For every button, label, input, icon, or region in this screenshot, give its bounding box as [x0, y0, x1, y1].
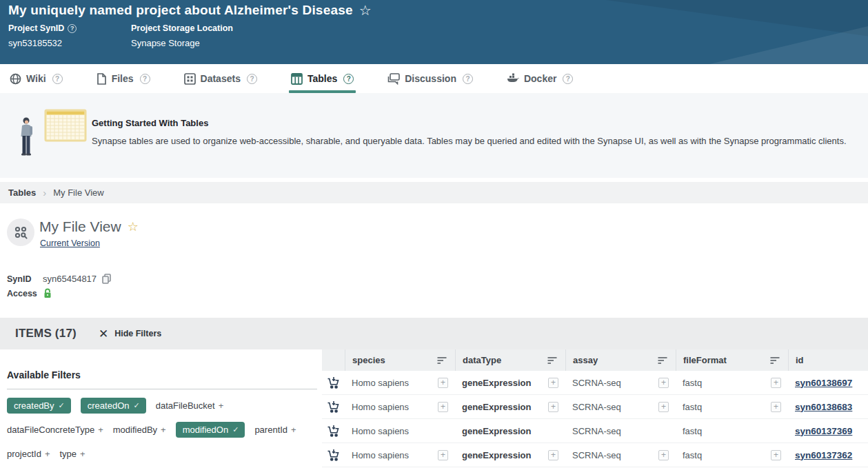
file-view-table: species dataType assay fileFormat id Hom… [322, 349, 868, 467]
current-version-link[interactable]: Current Version [40, 238, 100, 248]
entity-id-link[interactable]: syn60138683 [795, 402, 852, 412]
filter-chip-createdBy[interactable]: createdBy✓ [7, 398, 71, 414]
entity-id-link[interactable]: syn60137362 [795, 450, 852, 460]
plus-icon: + [45, 449, 50, 459]
column-header-species[interactable]: species [345, 349, 455, 371]
check-icon: ✓ [232, 425, 239, 434]
getting-started-title: Getting Started With Tables [92, 118, 208, 128]
filter-option-modifiedBy[interactable]: modifiedBy+ [113, 425, 166, 435]
filter-option-projectId[interactable]: projectId+ [7, 449, 50, 459]
cell-dataType: geneExpression [462, 402, 531, 412]
table-icon [291, 73, 303, 85]
storage-location-value: Synapse Storage [131, 38, 233, 48]
tab-wiki[interactable]: Wiki ? [10, 64, 63, 93]
project-header: My uniquely named project about Alzheime… [0, 0, 868, 64]
favorite-star-icon[interactable]: ☆ [128, 221, 139, 233]
synid-value: syn65454817 [43, 274, 97, 284]
breadcrumb-current: My File View [53, 187, 103, 198]
cell-species: Homo sapiens [352, 426, 409, 436]
filter-option-type[interactable]: type+ [59, 449, 85, 459]
project-tab-bar: Wiki ? Files ? Datasets ? Tables ? [0, 64, 868, 93]
help-icon[interactable]: ? [140, 74, 150, 84]
expand-cell-icon[interactable]: + [658, 450, 669, 460]
help-icon[interactable]: ? [52, 74, 63, 84]
table-row: Homo sapiens+ geneExpression+ SCRNA-seq+… [322, 419, 868, 443]
cell-species: Homo sapiens [352, 378, 409, 388]
expand-cell-icon[interactable]: + [548, 402, 558, 412]
expand-cell-icon[interactable]: + [771, 450, 781, 460]
items-count: ITEMS (17) [15, 327, 77, 340]
table-header-row: species dataType assay fileFormat id [322, 349, 868, 371]
cell-assay: SCRNA-seq [572, 378, 621, 388]
cell-dataType: geneExpression [462, 378, 531, 388]
column-header-fileFormat[interactable]: fileFormat [676, 349, 788, 371]
access-label: Access [7, 289, 39, 298]
cell-species: Homo sapiens [352, 450, 409, 460]
add-to-cart-icon[interactable] [327, 376, 340, 389]
favorite-star-icon[interactable]: ☆ [359, 3, 372, 17]
add-to-cart-icon[interactable] [327, 449, 340, 462]
filter-option-dataFileBucket[interactable]: dataFileBucket+ [156, 400, 224, 411]
expand-cell-icon[interactable]: + [438, 378, 448, 388]
help-icon[interactable]: ? [68, 24, 77, 33]
tab-files[interactable]: Files ? [97, 64, 150, 93]
hide-filters-button[interactable]: ✕ Hide Filters [99, 328, 161, 340]
expand-cell-icon[interactable]: + [771, 402, 781, 412]
add-to-cart-icon[interactable] [327, 400, 340, 414]
project-synid-value: syn53185532 [8, 38, 77, 48]
expand-cell-icon[interactable]: + [658, 402, 669, 412]
table-row: Homo sapiens+ geneExpression+ SCRNA-seq+… [322, 443, 868, 467]
expand-cell-icon[interactable]: + [438, 450, 448, 460]
entity-id-link[interactable]: syn60137369 [795, 426, 852, 436]
chat-icon [387, 73, 400, 85]
cell-fileFormat: fastq [683, 402, 702, 412]
expand-cell-icon[interactable]: + [548, 450, 558, 460]
getting-started-banner: Getting Started With Tables Synapse tabl… [0, 93, 868, 178]
unlock-icon[interactable] [43, 288, 52, 298]
tab-docker[interactable]: Docker ? [507, 64, 573, 93]
filter-sort-icon [658, 356, 667, 365]
column-header-dataType[interactable]: dataType [455, 349, 565, 371]
column-header-assay[interactable]: assay [565, 349, 676, 371]
file-view-icon [7, 218, 34, 246]
help-icon[interactable]: ? [563, 74, 573, 84]
plus-icon: + [98, 425, 103, 435]
breadcrumb-tables-link[interactable]: Tables [8, 187, 36, 198]
filter-option-dataFileConcreteType[interactable]: dataFileConcreteType+ [7, 425, 103, 435]
expand-cell-icon[interactable]: + [658, 378, 669, 388]
table-row: Homo sapiens+ geneExpression+ SCRNA-seq+… [322, 371, 868, 395]
plus-icon: + [219, 400, 224, 411]
expand-cell-icon[interactable]: + [771, 378, 781, 388]
entity-id-link[interactable]: syn60138697 [795, 378, 852, 388]
tab-discussion[interactable]: Discussion ? [387, 64, 473, 93]
help-icon[interactable]: ? [343, 74, 354, 84]
column-header-id[interactable]: id [788, 349, 868, 371]
expand-cell-icon[interactable]: + [438, 402, 448, 412]
filter-sort-icon [547, 356, 557, 365]
help-icon[interactable]: ? [463, 74, 473, 84]
filter-chip-modifiedOn[interactable]: modifiedOn✓ [176, 422, 245, 438]
filter-option-parentId[interactable]: parentId+ [254, 425, 296, 435]
cart-column-header [322, 349, 345, 371]
file-icon [97, 73, 107, 85]
tab-tables[interactable]: Tables ? [291, 64, 354, 93]
cell-assay: SCRNA-seq [572, 450, 621, 460]
plus-icon: + [291, 425, 296, 435]
close-icon: ✕ [99, 328, 108, 340]
plus-icon: + [161, 425, 166, 435]
entity-meta: SynID syn65454817 Access [0, 265, 317, 318]
add-to-cart-icon[interactable] [327, 425, 340, 438]
cell-assay: SCRNA-seq [572, 402, 621, 412]
copy-icon[interactable] [102, 274, 111, 284]
project-synid-label: Project SynID [8, 23, 64, 33]
help-icon[interactable]: ? [247, 74, 257, 84]
cell-fileFormat: fastq [683, 450, 702, 460]
cell-dataType: geneExpression [462, 426, 531, 436]
filter-sort-icon [770, 356, 780, 365]
filter-chip-createdOn[interactable]: createdOn✓ [81, 398, 146, 414]
expand-cell-icon[interactable]: + [548, 378, 558, 388]
globe-icon [10, 73, 21, 85]
tab-datasets[interactable]: Datasets ? [184, 64, 257, 93]
entity-header: My File View ☆ Current Version [0, 203, 868, 265]
synapse-project-page: My uniquely named project about Alzheime… [0, 0, 868, 468]
